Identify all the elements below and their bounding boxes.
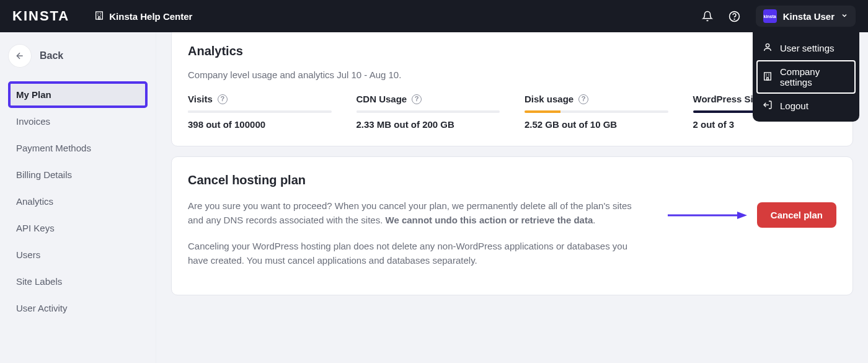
progress-bar [356, 110, 500, 113]
sidebar-item-user-activity[interactable]: User Activity [9, 295, 147, 321]
cancel-card: Cancel hosting plan Are you sure you wan… [171, 156, 853, 295]
avatar: kinsta [763, 9, 777, 23]
layout: Back My Plan Invoices Payment Methods Bi… [0, 32, 868, 363]
building-icon [94, 11, 104, 22]
back-label: Back [40, 50, 63, 61]
help-center-link[interactable]: Kinsta Help Center [94, 11, 192, 22]
svg-point-7 [734, 19, 735, 19]
stat-label: CDN Usage [356, 94, 407, 104]
stat-label: Disk usage [525, 94, 574, 104]
cancel-p1-tail: . [593, 215, 595, 225]
logo: KINSTA [12, 8, 69, 24]
sidebar-item-payment-methods[interactable]: Payment Methods [9, 135, 147, 161]
sidebar-item-my-plan[interactable]: My Plan [9, 82, 147, 107]
stats-row: Visits ? 398 out of 100000 CDN Usage ? 2… [188, 94, 836, 130]
help-circle-icon[interactable] [728, 10, 741, 22]
topbar-left: KINSTA Kinsta Help Center [12, 8, 192, 24]
svg-rect-5 [99, 17, 100, 19]
dropdown-item-label: Company settings [780, 66, 849, 87]
sidebar-item-analytics[interactable]: Analytics [9, 189, 147, 214]
help-circle-icon[interactable]: ? [578, 94, 588, 104]
svg-point-8 [766, 44, 769, 47]
dropdown-item-company-settings[interactable]: Company settings [756, 60, 856, 94]
help-circle-icon[interactable]: ? [218, 94, 228, 104]
user-dropdown: User settings Company settings Logout [753, 32, 859, 122]
help-circle-icon[interactable]: ? [412, 94, 422, 104]
dropdown-item-logout[interactable]: Logout [756, 94, 856, 118]
topbar: KINSTA Kinsta Help Center kinsta Kinsta … [0, 0, 868, 32]
user-icon [763, 42, 773, 54]
svg-marker-18 [737, 212, 747, 219]
user-name: Kinsta User [783, 11, 835, 22]
analytics-card: View details Analytics Company level usa… [171, 32, 853, 146]
dropdown-item-label: Logout [780, 101, 808, 111]
sidebar-item-users[interactable]: Users [9, 242, 147, 267]
help-center-label: Kinsta Help Center [109, 11, 192, 22]
topbar-right: kinsta Kinsta User [701, 6, 856, 27]
svg-rect-14 [767, 78, 769, 80]
stat-value: 398 out of 100000 [188, 119, 332, 130]
dropdown-item-label: User settings [780, 43, 835, 53]
sidebar-item-invoices[interactable]: Invoices [9, 109, 147, 134]
cancel-p2: Canceling your WordPress hosting plan do… [188, 239, 648, 268]
sidebar-item-site-labels[interactable]: Site Labels [9, 269, 147, 294]
stat-value: 2.52 GB out of 10 GB [525, 119, 668, 130]
building-icon [763, 71, 773, 83]
user-menu-trigger[interactable]: kinsta Kinsta User [756, 6, 856, 27]
chevron-down-icon [841, 11, 848, 22]
analytics-title: Analytics [188, 44, 836, 58]
stat-visits: Visits ? 398 out of 100000 [188, 94, 332, 130]
logout-icon [763, 100, 773, 112]
side-nav: My Plan Invoices Payment Methods Billing… [9, 82, 147, 321]
sidebar-item-api-keys[interactable]: API Keys [9, 215, 147, 241]
sidebar-item-billing-details[interactable]: Billing Details [9, 162, 147, 187]
cancel-text: Are you sure you want to proceed? When y… [188, 199, 648, 279]
dropdown-item-user-settings[interactable]: User settings [756, 36, 856, 60]
cancel-p1-strong: We cannot undo this action or retrieve t… [386, 215, 593, 225]
progress-bar [188, 110, 332, 113]
stat-label: Visits [188, 94, 213, 104]
cancel-actions: Cancel plan [666, 199, 836, 228]
arrow-left-icon [9, 45, 31, 67]
cancel-plan-button[interactable]: Cancel plan [757, 202, 836, 228]
stat-cdn: CDN Usage ? 2.33 MB out of 200 GB [356, 94, 500, 130]
stat-value: 2.33 MB out of 200 GB [356, 119, 500, 130]
cancel-title: Cancel hosting plan [188, 173, 836, 187]
analytics-subtitle: Company level usage and analytics Jul 10… [188, 69, 836, 80]
sidebar: Back My Plan Invoices Payment Methods Bi… [0, 32, 156, 363]
arrow-right-icon [666, 209, 747, 222]
svg-rect-0 [96, 12, 103, 19]
back-button[interactable]: Back [9, 45, 147, 67]
stat-disk: Disk usage ? 2.52 GB out of 10 GB [525, 94, 668, 130]
bell-icon[interactable] [701, 10, 714, 22]
progress-bar [525, 110, 668, 113]
svg-rect-9 [764, 73, 771, 80]
